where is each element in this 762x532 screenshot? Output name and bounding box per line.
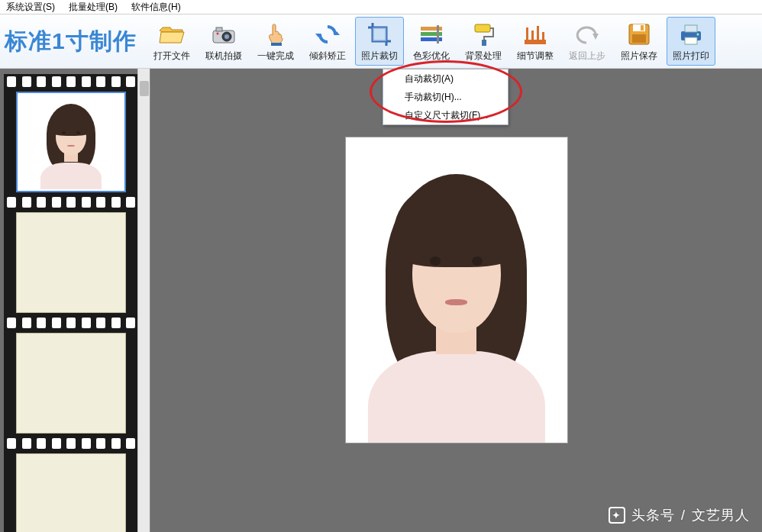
- svg-rect-8: [373, 27, 386, 41]
- svg-rect-13: [475, 24, 490, 32]
- watermark-sep: /: [681, 508, 686, 524]
- svg-rect-26: [685, 25, 697, 32]
- save-label: 照片保存: [621, 50, 657, 63]
- svg-rect-14: [482, 40, 486, 46]
- menu-sys[interactable]: 系统设置(S): [6, 1, 55, 14]
- crop-icon: [366, 21, 392, 48]
- photo-crop-label: 照片裁切: [361, 50, 398, 63]
- film-perforation: [4, 436, 138, 451]
- undo-arrow-icon: [574, 21, 600, 48]
- tilt-correct-button[interactable]: 倾斜矫正: [303, 17, 352, 66]
- filmstrip-column: [4, 74, 138, 532]
- open-file-button[interactable]: 打开文件: [147, 17, 196, 66]
- svg-rect-12: [437, 25, 439, 44]
- menu-info[interactable]: 软件信息(H): [131, 1, 181, 14]
- filmstrip-panel: [0, 69, 150, 532]
- svg-point-28: [696, 33, 699, 35]
- watermark-icon: ✦: [609, 507, 625, 524]
- print-button[interactable]: 照片打印: [667, 17, 715, 66]
- svg-rect-24: [632, 34, 646, 43]
- color-optimize-label: 色彩优化: [413, 50, 450, 63]
- main-photo[interactable]: [346, 137, 567, 443]
- sliders-icon: [522, 21, 548, 48]
- hand-click-icon: [262, 21, 289, 48]
- paint-roller-icon: [470, 21, 496, 48]
- tilt-correct-label: 倾斜矫正: [309, 50, 346, 63]
- printer-icon: [678, 21, 704, 48]
- crop-auto-item[interactable]: 自动裁切(A): [383, 69, 508, 88]
- thumbnail-empty[interactable]: [16, 212, 126, 313]
- save-button[interactable]: 照片保存: [615, 17, 664, 66]
- svg-rect-18: [537, 26, 539, 40]
- svg-rect-3: [216, 27, 222, 31]
- scrollbar-thumb[interactable]: [140, 81, 149, 96]
- undo-button[interactable]: 返回上步: [563, 17, 612, 66]
- background-button[interactable]: 背景处理: [459, 17, 508, 66]
- canvas-area: [150, 69, 762, 532]
- svg-marker-20: [592, 34, 599, 40]
- detail-adjust-button[interactable]: 细节调整: [511, 17, 560, 66]
- filmstrip-scrollbar[interactable]: [137, 69, 150, 532]
- svg-rect-23: [641, 25, 644, 31]
- crop-dropdown-menu: 自动裁切(A) 手动裁切(H)... 自定义尺寸裁切(F)...: [383, 69, 509, 125]
- folder-open-icon: [158, 21, 186, 48]
- film-perforation: [4, 195, 138, 210]
- menu-bar: 系统设置(S) 批量处理(B) 软件信息(H): [0, 0, 762, 14]
- thumbnail-photo: [33, 95, 109, 189]
- photo-crop-button[interactable]: 照片裁切: [355, 17, 404, 66]
- film-perforation: [4, 74, 138, 89]
- detail-adjust-label: 细节调整: [517, 50, 554, 63]
- app-title: 标准1寸制作: [0, 26, 146, 57]
- one-key-button[interactable]: 一键完成: [251, 17, 300, 66]
- background-label: 背景处理: [465, 50, 502, 63]
- toolbar: 标准1寸制作 打开文件 联机拍摄 一键完成 倾斜矫正 照片裁切 色彩优: [0, 14, 762, 69]
- color-optimize-button[interactable]: 色彩优化: [407, 17, 456, 66]
- thumbnail-empty[interactable]: [16, 333, 126, 434]
- svg-rect-19: [542, 32, 544, 40]
- watermark-name: 文艺男人: [692, 506, 750, 524]
- svg-point-4: [216, 32, 218, 34]
- svg-rect-16: [526, 27, 528, 40]
- camera-shoot-button[interactable]: 联机拍摄: [199, 17, 248, 66]
- open-file-label: 打开文件: [153, 50, 190, 63]
- camera-icon: [210, 21, 237, 48]
- watermark: ✦ 头条号 / 文艺男人: [609, 506, 750, 524]
- svg-point-2: [224, 34, 229, 39]
- undo-label: 返回上步: [569, 50, 605, 63]
- watermark-prefix: 头条号: [631, 506, 675, 524]
- thumbnail-empty[interactable]: [16, 453, 126, 532]
- svg-rect-27: [685, 37, 697, 44]
- one-key-label: 一键完成: [257, 50, 294, 63]
- svg-rect-15: [525, 40, 546, 44]
- svg-rect-17: [531, 31, 534, 40]
- thumbnail-selected[interactable]: [16, 92, 126, 192]
- workspace: [0, 69, 762, 532]
- print-label: 照片打印: [673, 50, 709, 63]
- crop-manual-item[interactable]: 手动裁切(H)...: [383, 88, 508, 106]
- film-perforation: [4, 315, 138, 330]
- rotate-arrows-icon: [315, 21, 341, 48]
- camera-shoot-label: 联机拍摄: [205, 50, 242, 63]
- color-bars-icon: [418, 21, 444, 48]
- svg-rect-5: [271, 43, 282, 46]
- menu-batch[interactable]: 批量处理(B): [69, 1, 118, 14]
- portrait-image: [346, 137, 567, 443]
- crop-custom-item[interactable]: 自定义尺寸裁切(F)...: [383, 106, 508, 124]
- floppy-save-icon: [627, 21, 651, 48]
